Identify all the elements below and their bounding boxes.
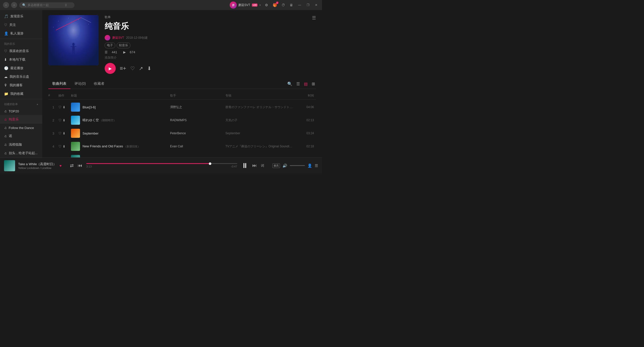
lyrics-button[interactable]: 词 <box>261 163 264 168</box>
progress-bar[interactable] <box>86 163 237 164</box>
sidebar-label-podcast: 我的播客 <box>10 83 23 88</box>
window-restore-button[interactable]: ❐ <box>305 3 311 7</box>
list-view-button[interactable]: ☰ <box>295 80 301 87</box>
stats-row: ☰ 441 ▶ 674 <box>105 50 306 54</box>
song-album: September <box>225 132 296 135</box>
sidebar-item-follow-dance[interactable]: ♫ Follow the Dance <box>0 124 42 132</box>
song-download-icon[interactable]: ⬇ <box>63 105 65 109</box>
detail-view-button[interactable]: ▤ <box>303 80 309 87</box>
song-list-header: # 操作 标题 歌手 专辑 时间 <box>48 92 316 100</box>
sidebar-item-collection[interactable]: 📁 我的收藏 <box>0 90 42 98</box>
sidebar-item-lofi[interactable]: ♫ 浅褶低咖 <box>0 140 42 149</box>
song-download-icon[interactable]: ⬇ <box>63 132 65 135</box>
sidebar-item-pickup[interactable]: ♫ 抬头，给老子站起... <box>0 149 42 157</box>
tags-row: 电子 轻音乐 <box>105 42 306 48</box>
titlebar-right: 蘑 蘑菇SVT VIP ▼ ⚙ 🎁 1 ⏱ 🖥 — ❐ ✕ <box>230 2 319 9</box>
playlist-icon-dao: ♫ <box>4 134 7 138</box>
user-icon[interactable]: 👤 <box>307 163 312 168</box>
play-all-button[interactable]: ▶ <box>105 63 116 74</box>
sidebar-item-private[interactable]: 👤 私人漫游 <box>0 29 42 38</box>
user-info[interactable]: 蘑 蘑菇SVT VIP ▼ <box>230 2 261 9</box>
song-row[interactable]: 4 ♡ ⬇ New Friends and Old Faces （新朋旧友） E… <box>48 140 316 153</box>
share-button[interactable]: ↗ <box>139 65 143 71</box>
sidebar-item-local[interactable]: ⬇ 本地与下载 <box>0 55 42 64</box>
song-download-icon[interactable]: ⬇ <box>63 145 65 148</box>
search-input[interactable] <box>28 3 63 7</box>
nav-forward-button[interactable]: › <box>11 2 17 8</box>
add-intro-button[interactable]: 添加简介 <box>105 56 306 60</box>
add-playlist-icon[interactable]: + <box>37 103 38 106</box>
settings-icon[interactable]: ⚙ <box>264 2 269 8</box>
sidebar-item-liked[interactable]: ♡ 我喜欢的音乐 <box>0 47 42 55</box>
song-row[interactable]: 5 ♡ ⬇ Travelers （旅行者） Andrew Prahlow Out… <box>48 153 316 157</box>
song-like-icon[interactable]: ♡ <box>58 105 62 109</box>
sidebar-item-pure-music[interactable]: ♫ 纯音乐 <box>0 115 42 124</box>
creator-name[interactable]: 蘑菇SVT <box>112 36 124 40</box>
song-info: 晴れゆく空 （朗朗晴空） <box>71 116 170 125</box>
song-like-icon[interactable]: ♡ <box>58 144 62 148</box>
sidebar-item-follow[interactable]: ♡ 关注 <box>0 21 42 29</box>
player-track-artist: Yellow Lockdown / Licellow <box>18 166 56 169</box>
playlist-title: 纯音乐 <box>105 21 306 32</box>
nav-back-button[interactable]: ‹ <box>3 2 9 8</box>
next-button[interactable]: ⏭ <box>252 163 257 168</box>
song-artist: PeterBence <box>170 132 225 135</box>
song-name: September <box>83 132 99 135</box>
sidebar-label-private: 私人漫游 <box>10 31 23 36</box>
tab-comments[interactable]: 评论(0) <box>70 79 90 89</box>
like-button[interactable]: ♡ <box>130 65 135 71</box>
quality-badge[interactable]: 极高 <box>272 163 280 168</box>
sidebar-item-recent[interactable]: 🕐 最近播放 <box>0 64 42 72</box>
sidebar-item-dao[interactable]: ♫ 谣 <box>0 132 42 140</box>
prev-button[interactable]: ⏮ <box>78 163 82 168</box>
volume-bar[interactable] <box>290 165 305 166</box>
desktop-icon[interactable]: 🖥 <box>289 2 294 8</box>
tab-collectors[interactable]: 收藏者 <box>90 79 108 89</box>
progress-area: 3:13 -0:47 <box>86 163 237 168</box>
song-row[interactable]: 2 ♡ ⬇ 晴れゆく空 （朗朗晴空） RADWIMPS 天気の子 02:13 <box>48 114 316 127</box>
time-labels: 3:13 -0:47 <box>86 165 237 168</box>
grid-view-button[interactable]: ⊞ <box>311 80 316 87</box>
song-info: September <box>71 129 170 138</box>
playlist-more-icon[interactable]: ☰ <box>312 15 316 74</box>
song-row[interactable]: 3 ♡ ⬇ September PeterBence September 03:… <box>48 127 316 140</box>
mic-icon[interactable]: 🎙 <box>64 3 68 7</box>
gift-icon[interactable]: 🎁 1 <box>272 2 278 8</box>
col-duration: 时间 <box>296 94 316 98</box>
add-to-playlist-button[interactable]: ≡+ <box>120 65 126 72</box>
time-current: 3:13 <box>86 165 92 168</box>
sidebar-label-cloud: 我的音乐云盘 <box>10 74 29 79</box>
player-like-icon[interactable]: ♥ <box>59 164 61 168</box>
song-album: 天気の子 <box>225 118 296 122</box>
col-title: 标题 <box>71 94 170 98</box>
download-button[interactable]: ⬇ <box>147 65 151 71</box>
window-minimize-button[interactable]: — <box>297 3 303 7</box>
main-layout: 🎵 发现音乐 ♡ 关注 👤 私人漫游 我的音乐 ♡ 我喜欢的音乐 ⬇ 本地与下载… <box>0 10 322 157</box>
queue-icon[interactable]: ☰ <box>315 163 318 168</box>
shuffle-button[interactable]: ⇄ <box>70 163 74 168</box>
window-close-button[interactable]: ✕ <box>313 3 319 7</box>
sidebar-label-recent: 最近播放 <box>10 66 23 70</box>
pause-button[interactable]: ⏸ <box>241 161 248 170</box>
creator-avatar <box>105 35 110 40</box>
tab-tracklist[interactable]: 歌曲列表 <box>48 79 70 89</box>
song-like-icon[interactable]: ♡ <box>58 118 62 122</box>
sidebar-item-top20[interactable]: ♫ TOP20 <box>0 107 42 115</box>
timer-icon[interactable]: ⏱ <box>280 2 286 8</box>
tag-electronic[interactable]: 电子 <box>105 42 115 48</box>
tag-light-music[interactable]: 轻音乐 <box>117 42 130 48</box>
song-duration: 04:06 <box>296 105 316 109</box>
sidebar-item-cloud[interactable]: ☁ 我的音乐云盘 <box>0 72 42 81</box>
song-row[interactable]: 1 ♡ ⬇ Blue[3-6] 澤野弘之 群青のファンファーレ オリジナル・サウ… <box>48 101 316 114</box>
sidebar-item-discover[interactable]: 🎵 发现音乐 <box>0 12 42 21</box>
created-section: 创建的歌单 + <box>0 100 42 107</box>
sidebar-item-podcast[interactable]: 🎙 我的播客 <box>0 81 42 90</box>
tab-tracklist-label: 歌曲列表 <box>52 81 66 85</box>
liked-icon: ♡ <box>4 49 7 53</box>
song-like-icon[interactable]: ♡ <box>58 131 62 135</box>
search-songs-button[interactable]: 🔍 <box>286 80 293 87</box>
volume-icon[interactable]: 🔊 <box>283 163 287 168</box>
my-music-label: 我的音乐 <box>4 42 15 46</box>
song-download-icon[interactable]: ⬇ <box>63 118 65 122</box>
song-name: 晴れゆく空 （朗朗晴空） <box>83 118 116 122</box>
